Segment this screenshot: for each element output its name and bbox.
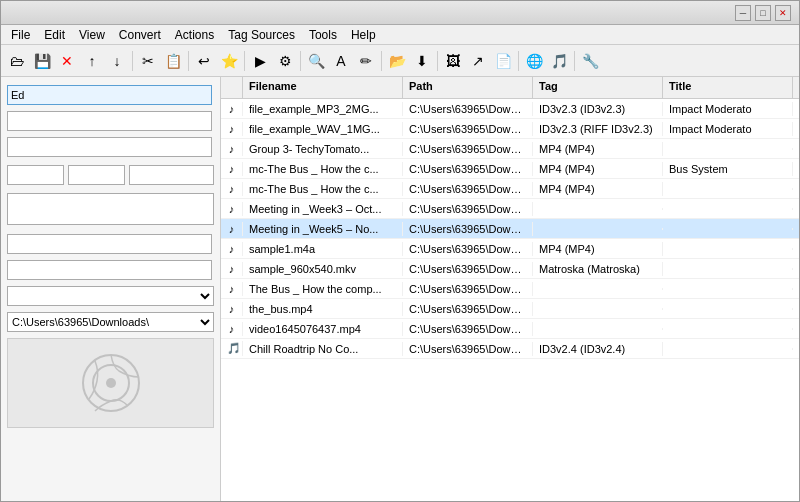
toolbar-separator: [188, 51, 189, 71]
col-header-path[interactable]: Path: [403, 77, 533, 98]
file-cell-artist: [793, 188, 799, 190]
file-cell-title: [663, 148, 793, 150]
file-row[interactable]: ♪mc-The Bus _ How the c...C:\Users\63965…: [221, 179, 799, 199]
toolbar-btn-23[interactable]: ↗: [466, 49, 490, 73]
toolbar-btn-3[interactable]: ↑: [80, 49, 104, 73]
file-row[interactable]: ♪sample1.m4aC:\Users\63965\Downloa...MP4…: [221, 239, 799, 259]
file-row[interactable]: ♪file_example_MP3_2MG...C:\Users\63965\D…: [221, 99, 799, 119]
file-list-body: ♪file_example_MP3_2MG...C:\Users\63965\D…: [221, 99, 799, 502]
col-header-icon[interactable]: [221, 77, 243, 98]
file-icon: ♪: [221, 182, 243, 196]
file-cell-artist: [793, 308, 799, 310]
file-cell-tag: [533, 308, 663, 310]
file-icon: ♪: [221, 162, 243, 176]
menu-item-tag sources[interactable]: Tag Sources: [222, 26, 301, 44]
album-artist-input[interactable]: [7, 234, 212, 254]
file-cell-artist: [793, 268, 799, 270]
toolbar-separator: [518, 51, 519, 71]
genre-input[interactable]: [129, 165, 214, 185]
toolbar-btn-1[interactable]: 💾: [30, 49, 54, 73]
file-cell-filename: mc-The Bus _ How the c...: [243, 182, 403, 196]
album-art: [7, 338, 214, 428]
file-cell-filename: video1645076437.mp4: [243, 322, 403, 336]
file-cell-path: C:\Users\63965\Downloa...: [403, 122, 533, 136]
toolbar-btn-13[interactable]: ⚙: [273, 49, 297, 73]
toolbar-btn-9[interactable]: ↩: [192, 49, 216, 73]
file-icon: ♪: [221, 282, 243, 296]
artist-input[interactable]: [7, 111, 212, 131]
menu-item-help[interactable]: Help: [345, 26, 382, 44]
menu-item-convert[interactable]: Convert: [113, 26, 167, 44]
file-row[interactable]: ♪Meeting in _Week3 – Oct...C:\Users\6396…: [221, 199, 799, 219]
toolbar-btn-16[interactable]: A: [329, 49, 353, 73]
comment-input[interactable]: [7, 193, 214, 225]
close-button[interactable]: ✕: [775, 5, 791, 21]
file-cell-path: C:\Users\63965\Downloa...: [403, 262, 533, 276]
toolbar-btn-7[interactable]: 📋: [161, 49, 185, 73]
col-header-tag[interactable]: Tag: [533, 77, 663, 98]
toolbar-btn-26[interactable]: 🌐: [522, 49, 546, 73]
toolbar-btn-22[interactable]: 🖼: [441, 49, 465, 73]
file-cell-filename: Chill Roadtrip No Co...: [243, 342, 403, 356]
minimize-button[interactable]: ─: [735, 5, 751, 21]
menu-item-view[interactable]: View: [73, 26, 111, 44]
toolbar-btn-2[interactable]: ✕: [55, 49, 79, 73]
file-cell-filename: Meeting in _Week5 – No...: [243, 222, 403, 236]
file-cell-title: [663, 328, 793, 330]
year-input[interactable]: [7, 165, 64, 185]
menu-item-edit[interactable]: Edit: [38, 26, 71, 44]
toolbar-btn-27[interactable]: 🎵: [547, 49, 571, 73]
menu-item-actions[interactable]: Actions: [169, 26, 220, 44]
toolbar-btn-0[interactable]: 🗁: [5, 49, 29, 73]
file-icon: ♪: [221, 142, 243, 156]
maximize-button[interactable]: □: [755, 5, 771, 21]
composer-input[interactable]: [7, 260, 212, 280]
file-cell-artist: [793, 208, 799, 210]
file-cell-title: [663, 228, 793, 230]
file-row[interactable]: ♪mc-The Bus _ How the c...C:\Users\63965…: [221, 159, 799, 179]
toolbar-btn-17[interactable]: ✏: [354, 49, 378, 73]
file-icon: ♪: [221, 322, 243, 336]
toolbar-btn-15[interactable]: 🔍: [304, 49, 328, 73]
file-cell-path: C:\Users\63965\Downloa...: [403, 182, 533, 196]
year-field-group: [7, 163, 64, 185]
col-header-filename[interactable]: Filename: [243, 77, 403, 98]
album-input[interactable]: [7, 137, 212, 157]
file-row[interactable]: ♪file_example_WAV_1MG...C:\Users\63965\D…: [221, 119, 799, 139]
toolbar-btn-24[interactable]: 📄: [491, 49, 515, 73]
file-cell-title: [663, 308, 793, 310]
toolbar-btn-29[interactable]: 🔧: [578, 49, 602, 73]
toolbar-btn-12[interactable]: ▶: [248, 49, 272, 73]
file-cell-filename: file_example_MP3_2MG...: [243, 102, 403, 116]
toolbar-separator: [300, 51, 301, 71]
directory-select[interactable]: C:\Users\63965\Downloads\: [7, 312, 214, 332]
file-row[interactable]: ♪sample_960x540.mkvC:\Users\63965\Downlo…: [221, 259, 799, 279]
track-input[interactable]: [68, 165, 125, 185]
toolbar: 🗁💾✕↑↓✂📋↩⭐▶⚙🔍A✏📂⬇🖼↗📄🌐🎵🔧: [1, 45, 799, 77]
file-row[interactable]: ♪Group 3- TechyTomato...C:\Users\63965\D…: [221, 139, 799, 159]
file-row[interactable]: ♪Meeting in _Week5 – No...C:\Users\63965…: [221, 219, 799, 239]
file-cell-artist: TedTalks: [793, 162, 799, 176]
toolbar-btn-4[interactable]: ↓: [105, 49, 129, 73]
toolbar-btn-20[interactable]: ⬇: [410, 49, 434, 73]
menu-item-tools[interactable]: Tools: [303, 26, 343, 44]
file-cell-title: [663, 188, 793, 190]
file-cell-path: C:\Users\63965\Downloa...: [403, 162, 533, 176]
file-cell-tag: MP4 (MP4): [533, 162, 663, 176]
col-header-artist[interactable]: Artist: [793, 77, 799, 98]
toolbar-btn-10[interactable]: ⭐: [217, 49, 241, 73]
menu-item-file[interactable]: File: [5, 26, 36, 44]
file-row[interactable]: ♪the_bus.mp4C:\Users\63965\Downloa...: [221, 299, 799, 319]
file-cell-tag: MP4 (MP4): [533, 142, 663, 156]
toolbar-separator: [244, 51, 245, 71]
file-cell-path: C:\Users\63965\Downloa...: [403, 222, 533, 236]
discnumber-select[interactable]: [7, 286, 214, 306]
file-row[interactable]: ♪The Bus _ How the comp...C:\Users\63965…: [221, 279, 799, 299]
file-row[interactable]: 🎵Chill Roadtrip No Co...C:\Users\63965\D…: [221, 339, 799, 359]
col-header-title[interactable]: Title: [663, 77, 793, 98]
file-row[interactable]: ♪video1645076437.mp4C:\Users\63965\Downl…: [221, 319, 799, 339]
title-input[interactable]: [7, 85, 212, 105]
toolbar-btn-6[interactable]: ✂: [136, 49, 160, 73]
discnumber-field-group: [7, 286, 214, 306]
toolbar-btn-19[interactable]: 📂: [385, 49, 409, 73]
